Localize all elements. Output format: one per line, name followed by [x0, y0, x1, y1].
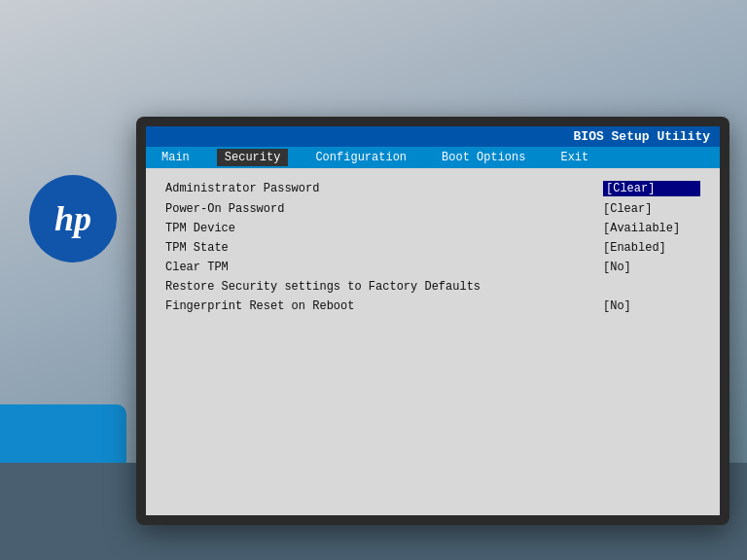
row-label-tpm-device: TPM Device [165, 222, 235, 235]
row-value-tpm-state[interactable]: [Enabled] [603, 241, 700, 255]
monitor-bezel: BIOS Setup Utility Main Security Configu… [136, 117, 729, 525]
nav-boot-options[interactable]: Boot Options [434, 149, 533, 166]
table-row[interactable]: Power-On Password [Clear] [165, 199, 700, 219]
bios-title: BIOS Setup Utility [574, 129, 710, 144]
monitor-screen: BIOS Setup Utility Main Security Configu… [146, 126, 720, 515]
bios-container: BIOS Setup Utility Main Security Configu… [146, 126, 720, 515]
table-row[interactable]: Fingerprint Reset on Reboot [No] [165, 297, 700, 316]
row-label-poweron-password: Power-On Password [165, 202, 284, 216]
hp-logo: hp [29, 175, 117, 262]
nav-configuration[interactable]: Configuration [307, 149, 414, 166]
table-row[interactable]: Clear TPM [No] [165, 258, 700, 277]
table-row[interactable]: Administrator Password [Clear] [165, 178, 700, 199]
row-label-admin-password: Administrator Password [165, 182, 319, 195]
table-row[interactable]: Restore Security settings to Factory Def… [165, 277, 700, 297]
row-label-restore-security: Restore Security settings to Factory Def… [165, 280, 480, 294]
row-label-fingerprint-reset: Fingerprint Reset on Reboot [165, 299, 354, 313]
nav-security[interactable]: Security [217, 149, 289, 166]
row-value-poweron-password[interactable]: [Clear] [603, 202, 700, 216]
row-label-tpm-state: TPM State [165, 241, 229, 255]
row-value-fingerprint-reset[interactable]: [No] [603, 299, 700, 313]
nav-exit[interactable]: Exit [552, 149, 596, 166]
row-label-clear-tpm: Clear TPM [165, 261, 229, 274]
bios-content: Administrator Password [Clear] Power-On … [146, 168, 720, 515]
row-value-clear-tpm[interactable]: [No] [603, 261, 700, 274]
table-row[interactable]: TPM State [Enabled] [165, 238, 700, 258]
bios-nav: Main Security Configuration Boot Options… [146, 147, 720, 168]
nav-main[interactable]: Main [154, 149, 197, 166]
bios-title-bar: BIOS Setup Utility [146, 126, 720, 147]
table-row[interactable]: TPM Device [Available] [165, 219, 700, 238]
row-value-admin-password[interactable]: [Clear] [603, 181, 700, 196]
row-value-tpm-device[interactable]: [Available] [603, 222, 700, 235]
